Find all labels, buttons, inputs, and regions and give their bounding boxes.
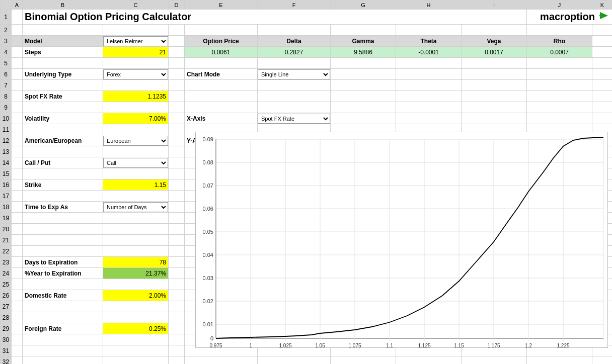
cell-b20 bbox=[23, 224, 103, 235]
cell-i8 bbox=[462, 91, 527, 102]
cell-d9 bbox=[169, 102, 185, 113]
col-header-c: C bbox=[103, 1, 169, 10]
model-select[interactable]: Leisen-Reimer bbox=[103, 36, 168, 46]
cell-d21 bbox=[169, 235, 185, 246]
column-header-row: A B C D E F G H I J K bbox=[1, 1, 613, 10]
cell-b22 bbox=[23, 246, 103, 257]
foreign-rate-value: 0.25% bbox=[103, 323, 168, 334]
cell-a2 bbox=[12, 25, 23, 36]
svg-text:0.03: 0.03 bbox=[203, 275, 213, 281]
cell-k8 bbox=[592, 91, 613, 102]
cell-h8 bbox=[396, 91, 462, 102]
cell-b14: Call / Put bbox=[23, 157, 103, 168]
vega-value: 0.0017 bbox=[462, 47, 526, 57]
cell-h10 bbox=[396, 113, 462, 124]
row-num-9: 9 bbox=[1, 102, 12, 113]
cell-e7 bbox=[185, 80, 258, 91]
cell-f8 bbox=[258, 91, 331, 102]
cell-i2 bbox=[462, 25, 527, 36]
cell-d11 bbox=[169, 124, 185, 135]
cell-g32 bbox=[331, 356, 396, 365]
cell-c4[interactable]: 21 bbox=[103, 47, 169, 58]
row-num-8: 8 bbox=[1, 91, 12, 102]
chart-mode-select[interactable]: Single Line bbox=[258, 69, 330, 79]
cell-b3: Model bbox=[23, 36, 103, 47]
cell-d15 bbox=[169, 168, 185, 179]
cell-d32 bbox=[169, 356, 185, 365]
cell-c3-dropdown[interactable]: Leisen-Reimer bbox=[103, 36, 169, 47]
cell-h4: -0.0001 bbox=[396, 47, 462, 58]
theta-value: -0.0001 bbox=[396, 47, 461, 57]
year-exp-label: %Year to Expiration bbox=[23, 268, 103, 279]
xaxis-select[interactable]: Spot FX Rate bbox=[258, 114, 330, 124]
col-header-k: K bbox=[592, 1, 613, 10]
underlying-type-select[interactable]: Forex bbox=[103, 69, 168, 79]
strike-value: 1.15 bbox=[103, 179, 168, 190]
cell-b15 bbox=[23, 168, 103, 179]
svg-text:0.08: 0.08 bbox=[203, 159, 213, 165]
svg-text:1.2: 1.2 bbox=[525, 343, 532, 348]
cell-c8[interactable]: 1.1235 bbox=[103, 91, 169, 102]
cell-c28 bbox=[103, 312, 169, 323]
cell-c16[interactable]: 1.15 bbox=[103, 179, 169, 191]
cell-a18 bbox=[12, 202, 23, 213]
cell-d23 bbox=[169, 257, 185, 268]
row-num-11: 11 bbox=[1, 124, 12, 135]
row-6: 6 Underlying Type Forex Chart Mode Singl… bbox=[1, 69, 613, 80]
xaxis-label: X-Axis bbox=[185, 113, 257, 124]
cell-f10[interactable]: Spot FX Rate bbox=[258, 113, 331, 124]
model-label: Model bbox=[23, 36, 103, 46]
cell-d27 bbox=[169, 301, 185, 312]
cell-a30 bbox=[12, 334, 23, 345]
row-32: 32 bbox=[1, 356, 613, 365]
cell-k4 bbox=[592, 47, 613, 58]
cell-i5 bbox=[462, 58, 527, 69]
rho-value: 0.0007 bbox=[527, 47, 592, 57]
cell-f6[interactable]: Single Line bbox=[258, 69, 331, 80]
cell-title: Binomial Option Pricing Calculator bbox=[23, 10, 527, 25]
row-num-17: 17 bbox=[1, 191, 12, 202]
cell-c6[interactable]: Forex bbox=[103, 69, 169, 80]
col-header-d: D bbox=[169, 1, 185, 10]
cell-c26[interactable]: 2.00% bbox=[103, 290, 169, 301]
cell-b25 bbox=[23, 279, 103, 290]
cell-d28 bbox=[169, 312, 185, 323]
cell-a25 bbox=[12, 279, 23, 290]
cell-e8 bbox=[185, 91, 258, 102]
svg-text:0.975: 0.975 bbox=[209, 343, 222, 348]
cell-c10[interactable]: 7.00% bbox=[103, 113, 169, 124]
arrow-icon bbox=[598, 10, 609, 24]
svg-text:0.07: 0.07 bbox=[203, 183, 213, 189]
cell-c9 bbox=[103, 102, 169, 113]
cell-a14 bbox=[12, 157, 23, 168]
row-num-1: 1 bbox=[1, 10, 12, 25]
cell-c18[interactable]: Number of Days bbox=[103, 202, 169, 213]
call-put-select[interactable]: Call Put bbox=[103, 158, 168, 168]
row-num-22: 22 bbox=[1, 246, 12, 257]
row-num-15: 15 bbox=[1, 168, 12, 179]
row-5: 5 bbox=[1, 58, 613, 69]
cell-d14 bbox=[169, 157, 185, 168]
am-eu-select[interactable]: European American bbox=[103, 136, 168, 146]
strike-label: Strike bbox=[23, 179, 103, 190]
cell-b17 bbox=[23, 191, 103, 202]
cell-d3 bbox=[169, 36, 185, 47]
cell-g7 bbox=[331, 80, 396, 91]
cell-d17 bbox=[169, 191, 185, 202]
cell-c7 bbox=[103, 80, 169, 91]
delta-value: 0.2827 bbox=[258, 47, 330, 57]
svg-text:1.175: 1.175 bbox=[487, 343, 500, 348]
row-num-4: 4 bbox=[1, 47, 12, 58]
cell-e5 bbox=[185, 58, 258, 69]
cell-c25 bbox=[103, 279, 169, 290]
cell-c29[interactable]: 0.25% bbox=[103, 323, 169, 334]
cell-k32 bbox=[592, 356, 613, 365]
cell-c12[interactable]: European American bbox=[103, 135, 169, 146]
cell-c23[interactable]: 78 bbox=[103, 257, 169, 268]
time-exp-select[interactable]: Number of Days bbox=[103, 202, 168, 212]
days-exp-label: Days to Expiration bbox=[23, 257, 103, 267]
cell-h32 bbox=[396, 356, 462, 365]
row-num-26: 26 bbox=[1, 290, 12, 301]
cell-a3 bbox=[12, 36, 23, 47]
cell-c14[interactable]: Call Put bbox=[103, 157, 169, 168]
